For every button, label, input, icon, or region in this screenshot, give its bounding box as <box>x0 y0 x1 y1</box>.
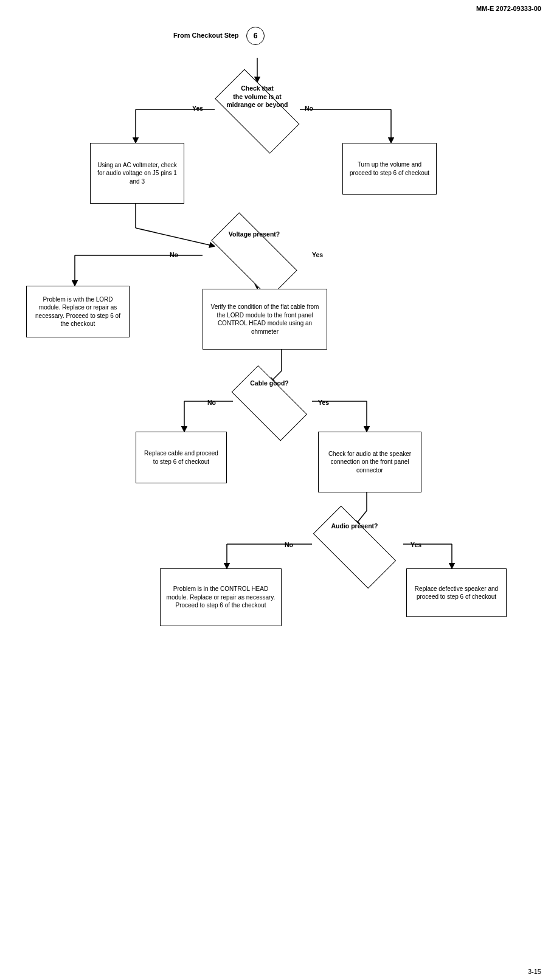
step-circle-chart5: 6 <box>246 27 265 45</box>
diamond1-chart5: Check that the volume is at midrange or … <box>203 82 312 140</box>
diamond4-chart5: Audio present? <box>300 520 409 575</box>
rect-yes4-chart5: Replace defective speaker and proceed to… <box>406 568 507 617</box>
rect-no4-chart5: Problem is in the CONTROL HEAD module. R… <box>160 568 282 626</box>
page-header: MM-E 2072-09333-00 <box>476 5 541 12</box>
rect-yes1-chart5: Using an AC voltmeter, check for audio v… <box>90 143 184 204</box>
page-footer: 3-15 <box>528 968 541 975</box>
rect-no2-chart5: Problem is with the LORD module. Replace… <box>26 286 130 337</box>
diamond3-chart5: Cable good? <box>221 377 318 429</box>
no-label-d2: No <box>170 251 178 258</box>
rect-no3-chart5: Replace cable and proceed to step 6 of c… <box>136 432 227 483</box>
no-label-d3: No <box>207 399 216 406</box>
rect-yes2-chart5: Verify the condition of the flat cable f… <box>203 289 327 350</box>
yes-label-d3: Yes <box>318 399 329 406</box>
yes-label-d4: Yes <box>411 541 421 548</box>
yes-label-d1: Yes <box>192 105 203 112</box>
from-label-chart5: From Checkout Step <box>173 32 239 39</box>
no-label-d4: No <box>285 541 293 548</box>
rect-no1-chart5: Turn up the volume and proceed to step 6… <box>342 143 437 195</box>
yes-label-d2: Yes <box>312 251 323 258</box>
rect-yes3-chart5: Check for audio at the speaker connectio… <box>318 432 421 492</box>
diamond2-chart5: Voltage present? <box>196 228 312 283</box>
